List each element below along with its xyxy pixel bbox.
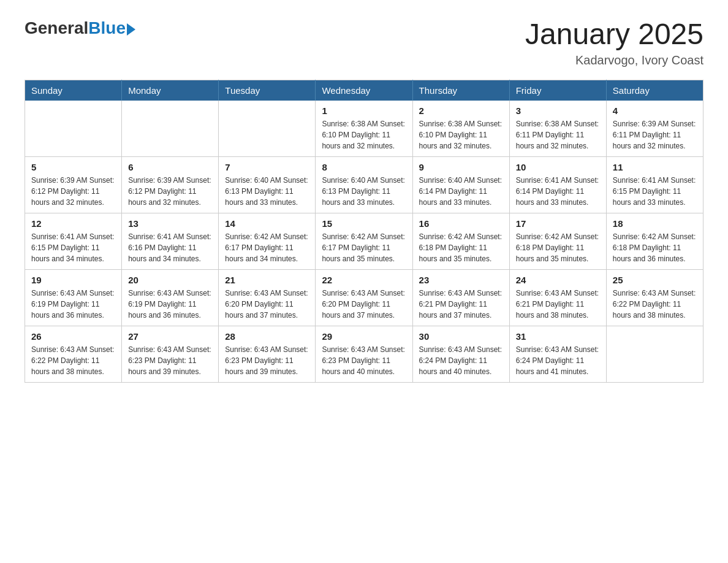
day-number: 19 <box>31 275 115 285</box>
day-info: Sunrise: 6:40 AM Sunset: 6:14 PM Dayligh… <box>419 175 503 208</box>
calendar-cell <box>122 101 219 157</box>
day-number: 15 <box>322 218 406 229</box>
day-info: Sunrise: 6:43 AM Sunset: 6:23 PM Dayligh… <box>322 344 406 377</box>
day-info: Sunrise: 6:43 AM Sunset: 6:24 PM Dayligh… <box>516 344 600 377</box>
day-number: 16 <box>419 218 503 229</box>
calendar-cell: 9Sunrise: 6:40 AM Sunset: 6:14 PM Daylig… <box>412 156 509 213</box>
calendar-cell: 8Sunrise: 6:40 AM Sunset: 6:13 PM Daylig… <box>316 156 412 213</box>
calendar-cell: 22Sunrise: 6:43 AM Sunset: 6:20 PM Dayli… <box>316 269 412 326</box>
day-info: Sunrise: 6:42 AM Sunset: 6:18 PM Dayligh… <box>516 231 600 264</box>
title-block: January 2025 Kadarvogo, Ivory Coast <box>525 18 703 67</box>
day-info: Sunrise: 6:43 AM Sunset: 6:24 PM Dayligh… <box>419 344 503 377</box>
day-info: Sunrise: 6:38 AM Sunset: 6:10 PM Dayligh… <box>419 118 503 151</box>
day-info: Sunrise: 6:42 AM Sunset: 6:18 PM Dayligh… <box>613 231 697 264</box>
page-header: General Blue January 2025 Kadarvogo, Ivo… <box>25 18 703 67</box>
calendar-header-row: SundayMondayTuesdayWednesdayThursdayFrid… <box>25 80 703 101</box>
calendar-cell: 26Sunrise: 6:43 AM Sunset: 6:22 PM Dayli… <box>25 326 122 382</box>
day-info: Sunrise: 6:43 AM Sunset: 6:23 PM Dayligh… <box>225 344 309 377</box>
day-info: Sunrise: 6:42 AM Sunset: 6:17 PM Dayligh… <box>322 231 406 264</box>
day-number: 31 <box>516 331 600 342</box>
day-number: 11 <box>613 162 697 172</box>
day-info: Sunrise: 6:43 AM Sunset: 6:19 PM Dayligh… <box>128 288 212 321</box>
day-info: Sunrise: 6:38 AM Sunset: 6:11 PM Dayligh… <box>516 118 600 151</box>
day-info: Sunrise: 6:40 AM Sunset: 6:13 PM Dayligh… <box>225 175 309 208</box>
month-title: January 2025 <box>525 18 703 51</box>
day-number: 6 <box>128 162 212 172</box>
calendar-cell: 25Sunrise: 6:43 AM Sunset: 6:22 PM Dayli… <box>606 269 703 326</box>
calendar-week-row: 19Sunrise: 6:43 AM Sunset: 6:19 PM Dayli… <box>25 269 703 326</box>
day-info: Sunrise: 6:43 AM Sunset: 6:21 PM Dayligh… <box>419 288 503 321</box>
day-number: 4 <box>613 105 697 116</box>
calendar-cell: 3Sunrise: 6:38 AM Sunset: 6:11 PM Daylig… <box>509 101 606 157</box>
day-number: 24 <box>516 275 600 285</box>
day-number: 30 <box>419 331 503 342</box>
calendar-cell: 23Sunrise: 6:43 AM Sunset: 6:21 PM Dayli… <box>412 269 509 326</box>
day-info: Sunrise: 6:43 AM Sunset: 6:19 PM Dayligh… <box>31 288 115 321</box>
day-number: 26 <box>31 331 115 342</box>
calendar-cell <box>219 101 316 157</box>
day-number: 9 <box>419 162 503 172</box>
calendar-cell: 7Sunrise: 6:40 AM Sunset: 6:13 PM Daylig… <box>219 156 316 213</box>
logo-general: General <box>25 18 88 38</box>
logo-blue-text: Blue <box>88 18 126 38</box>
logo: General Blue <box>25 18 135 38</box>
calendar-cell: 13Sunrise: 6:41 AM Sunset: 6:16 PM Dayli… <box>122 213 219 269</box>
calendar-header-sunday: Sunday <box>25 80 122 101</box>
logo-arrow-icon <box>127 23 135 36</box>
day-number: 25 <box>613 275 697 285</box>
day-info: Sunrise: 6:41 AM Sunset: 6:14 PM Dayligh… <box>516 175 600 208</box>
day-number: 21 <box>225 275 309 285</box>
calendar-cell: 31Sunrise: 6:43 AM Sunset: 6:24 PM Dayli… <box>509 326 606 382</box>
calendar-cell: 10Sunrise: 6:41 AM Sunset: 6:14 PM Dayli… <box>509 156 606 213</box>
day-number: 27 <box>128 331 212 342</box>
logo-blue-part: Blue <box>88 18 135 38</box>
day-info: Sunrise: 6:41 AM Sunset: 6:16 PM Dayligh… <box>128 231 212 264</box>
calendar-cell: 15Sunrise: 6:42 AM Sunset: 6:17 PM Dayli… <box>316 213 412 269</box>
calendar-table: SundayMondayTuesdayWednesdayThursdayFrid… <box>25 80 703 383</box>
calendar-cell: 6Sunrise: 6:39 AM Sunset: 6:12 PM Daylig… <box>122 156 219 213</box>
calendar-week-row: 12Sunrise: 6:41 AM Sunset: 6:15 PM Dayli… <box>25 213 703 269</box>
calendar-cell: 18Sunrise: 6:42 AM Sunset: 6:18 PM Dayli… <box>606 213 703 269</box>
calendar-cell <box>606 326 703 382</box>
day-number: 2 <box>419 105 503 116</box>
calendar-cell: 1Sunrise: 6:38 AM Sunset: 6:10 PM Daylig… <box>316 101 412 157</box>
day-info: Sunrise: 6:39 AM Sunset: 6:12 PM Dayligh… <box>128 175 212 208</box>
calendar-cell: 28Sunrise: 6:43 AM Sunset: 6:23 PM Dayli… <box>219 326 316 382</box>
day-info: Sunrise: 6:40 AM Sunset: 6:13 PM Dayligh… <box>322 175 406 208</box>
day-info: Sunrise: 6:39 AM Sunset: 6:12 PM Dayligh… <box>31 175 115 208</box>
day-number: 22 <box>322 275 406 285</box>
day-number: 23 <box>419 275 503 285</box>
calendar-cell: 5Sunrise: 6:39 AM Sunset: 6:12 PM Daylig… <box>25 156 122 213</box>
day-info: Sunrise: 6:38 AM Sunset: 6:10 PM Dayligh… <box>322 118 406 151</box>
calendar-header-wednesday: Wednesday <box>316 80 412 101</box>
day-info: Sunrise: 6:43 AM Sunset: 6:20 PM Dayligh… <box>225 288 309 321</box>
day-number: 3 <box>516 105 600 116</box>
calendar-cell: 20Sunrise: 6:43 AM Sunset: 6:19 PM Dayli… <box>122 269 219 326</box>
day-info: Sunrise: 6:43 AM Sunset: 6:20 PM Dayligh… <box>322 288 406 321</box>
day-info: Sunrise: 6:43 AM Sunset: 6:23 PM Dayligh… <box>128 344 212 377</box>
day-info: Sunrise: 6:43 AM Sunset: 6:22 PM Dayligh… <box>31 344 115 377</box>
day-number: 14 <box>225 218 309 229</box>
day-info: Sunrise: 6:41 AM Sunset: 6:15 PM Dayligh… <box>31 231 115 264</box>
day-info: Sunrise: 6:42 AM Sunset: 6:17 PM Dayligh… <box>225 231 309 264</box>
calendar-cell: 14Sunrise: 6:42 AM Sunset: 6:17 PM Dayli… <box>219 213 316 269</box>
calendar-week-row: 1Sunrise: 6:38 AM Sunset: 6:10 PM Daylig… <box>25 101 703 157</box>
day-number: 8 <box>322 162 406 172</box>
calendar-cell: 27Sunrise: 6:43 AM Sunset: 6:23 PM Dayli… <box>122 326 219 382</box>
calendar-header-tuesday: Tuesday <box>219 80 316 101</box>
day-number: 17 <box>516 218 600 229</box>
calendar-header-friday: Friday <box>509 80 606 101</box>
day-number: 18 <box>613 218 697 229</box>
calendar-header-thursday: Thursday <box>412 80 509 101</box>
calendar-cell: 4Sunrise: 6:39 AM Sunset: 6:11 PM Daylig… <box>606 101 703 157</box>
calendar-cell: 29Sunrise: 6:43 AM Sunset: 6:23 PM Dayli… <box>316 326 412 382</box>
calendar-cell: 12Sunrise: 6:41 AM Sunset: 6:15 PM Dayli… <box>25 213 122 269</box>
day-info: Sunrise: 6:41 AM Sunset: 6:15 PM Dayligh… <box>613 175 697 208</box>
day-info: Sunrise: 6:39 AM Sunset: 6:11 PM Dayligh… <box>613 118 697 151</box>
day-info: Sunrise: 6:43 AM Sunset: 6:21 PM Dayligh… <box>516 288 600 321</box>
day-number: 10 <box>516 162 600 172</box>
calendar-cell: 21Sunrise: 6:43 AM Sunset: 6:20 PM Dayli… <box>219 269 316 326</box>
calendar-cell: 17Sunrise: 6:42 AM Sunset: 6:18 PM Dayli… <box>509 213 606 269</box>
day-number: 28 <box>225 331 309 342</box>
calendar-cell: 24Sunrise: 6:43 AM Sunset: 6:21 PM Dayli… <box>509 269 606 326</box>
